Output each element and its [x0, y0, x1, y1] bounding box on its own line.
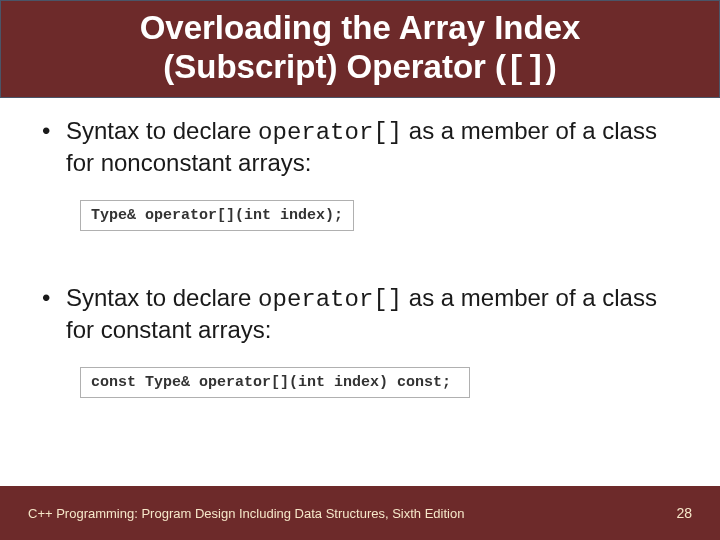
bullet2-code: operator[]	[258, 286, 402, 313]
bullet-item: • Syntax to declare operator[] as a memb…	[40, 283, 680, 345]
spacer	[40, 249, 680, 283]
bullet-marker: •	[40, 283, 66, 313]
code-const: const Type& operator[](int index) const;	[91, 374, 451, 391]
code-nonconst: Type& operator[](int index);	[91, 207, 343, 224]
slide-footer: C++ Programming: Program Design Includin…	[0, 486, 720, 540]
bullet-item: • Syntax to declare operator[] as a memb…	[40, 116, 680, 178]
title-line1: Overloading the Array Index	[140, 9, 581, 46]
bullet-text: Syntax to declare operator[] as a member…	[66, 116, 680, 178]
slide-title: Overloading the Array Index (Subscript) …	[140, 9, 581, 90]
title-code: []	[506, 51, 546, 88]
code-box-const: const Type& operator[](int index) const;	[80, 367, 470, 398]
bullet2-prefix: Syntax to declare	[66, 284, 258, 311]
bullet-text: Syntax to declare operator[] as a member…	[66, 283, 680, 345]
slide-content: • Syntax to declare operator[] as a memb…	[0, 98, 720, 416]
page-number: 28	[676, 505, 692, 521]
bullet1-code: operator[]	[258, 119, 402, 146]
title-line2-prefix: (Subscript) Operator (	[163, 48, 506, 85]
title-line2-suffix: )	[546, 48, 557, 85]
code-box-nonconst: Type& operator[](int index);	[80, 200, 354, 231]
bullet-marker: •	[40, 116, 66, 146]
footer-text: C++ Programming: Program Design Includin…	[28, 506, 464, 521]
bullet1-prefix: Syntax to declare	[66, 117, 258, 144]
slide-header: Overloading the Array Index (Subscript) …	[0, 0, 720, 98]
